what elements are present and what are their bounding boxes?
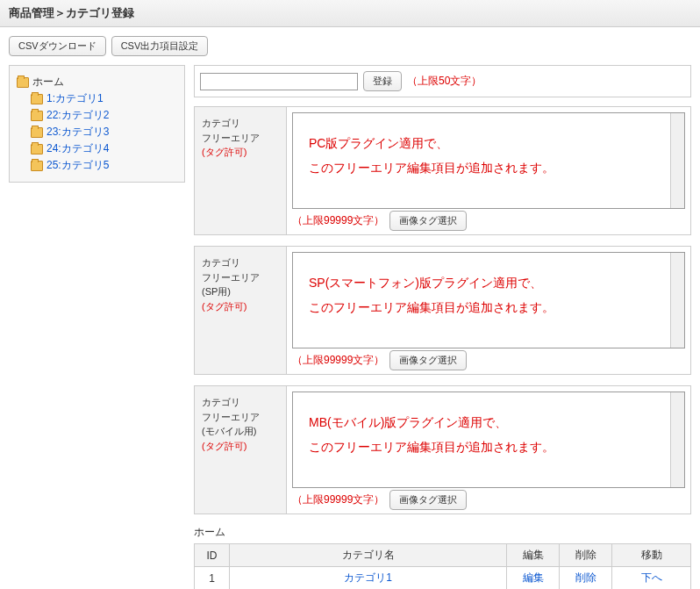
tree-item-label: 25:カテゴリ5 — [46, 158, 109, 173]
delete-link[interactable]: 削除 — [575, 571, 596, 584]
freearea-textarea[interactable]: SP(スマートフォン)版プラグイン適用で、このフリーエリア編集項目が追加されます… — [292, 252, 685, 348]
tree-item[interactable]: 24:カテゴリ4 — [31, 141, 177, 156]
move-down-link[interactable]: 下へ — [641, 571, 662, 584]
tree-item[interactable]: 23:カテゴリ3 — [31, 125, 177, 140]
freearea-textarea[interactable]: PC版プラグイン適用で、このフリーエリア編集項目が追加されます。 — [292, 112, 685, 209]
folder-icon — [31, 144, 43, 154]
scrollbar[interactable] — [670, 392, 684, 487]
scrollbar[interactable] — [670, 253, 684, 348]
tree-item-label: 22:カテゴリ2 — [46, 108, 109, 123]
image-tag-select-button[interactable]: 画像タグ選択 — [389, 490, 467, 510]
freearea-footer: （上限99999文字）画像タグ選択 — [292, 211, 685, 231]
cell-id: 1 — [195, 567, 230, 590]
freearea-body: MB(モバイル)版プラグイン適用で、このフリーエリア編集項目が追加されます。（上… — [287, 386, 690, 514]
image-tag-select-button[interactable]: 画像タグ選択 — [389, 350, 467, 370]
tree-item-label: 1:カテゴリ1 — [46, 91, 104, 106]
freearea-textarea[interactable]: MB(モバイル)版プラグイン適用で、このフリーエリア編集項目が追加されます。 — [292, 391, 685, 488]
category-section-title: ホーム — [194, 525, 691, 540]
register-limit-note: （上限50文字） — [407, 74, 482, 89]
th-edit: 編集 — [507, 544, 560, 567]
folder-icon — [31, 161, 43, 171]
register-button[interactable]: 登録 — [363, 71, 402, 91]
cell-delete: 削除 — [560, 567, 612, 590]
freearea-limit-note: （上限99999文字） — [292, 492, 384, 507]
folder-icon — [31, 94, 43, 104]
scrollbar[interactable] — [670, 113, 684, 208]
freearea-block: カテゴリフリーエリア(モバイル用)(タグ許可)MB(モバイル)版プラグイン適用で… — [194, 385, 691, 514]
th-move: 移動 — [612, 544, 691, 567]
freearea-label: カテゴリフリーエリア(SP用)(タグ許可) — [195, 247, 287, 374]
category-name-link[interactable]: カテゴリ1 — [344, 571, 392, 584]
page-title: 商品管理＞カテゴリ登録 — [0, 0, 700, 27]
tree-item[interactable]: 1:カテゴリ1 — [31, 91, 177, 106]
th-id: ID — [195, 544, 230, 567]
freearea-body: PC版プラグイン適用で、このフリーエリア編集項目が追加されます。（上限99999… — [287, 107, 690, 234]
edit-link[interactable]: 編集 — [523, 571, 544, 584]
freearea-body: SP(スマートフォン)版プラグイン適用で、このフリーエリア編集項目が追加されます… — [287, 247, 690, 374]
freearea-footer: （上限99999文字）画像タグ選択 — [292, 490, 685, 510]
tree-root-label: ホーム — [32, 75, 64, 90]
main-panel: 登録 （上限50文字） カテゴリフリーエリア(タグ許可)PC版プラグイン適用で、… — [194, 65, 691, 589]
cell-name: カテゴリ1 — [230, 567, 507, 590]
cell-move: 下へ — [612, 567, 691, 590]
toolbar: CSVダウンロード CSV出力項目設定 — [0, 27, 700, 65]
register-row: 登録 （上限50文字） — [194, 65, 691, 97]
freearea-label: カテゴリフリーエリア(タグ許可) — [195, 107, 287, 234]
freearea-limit-note: （上限99999文字） — [292, 213, 384, 228]
tree-item-label: 24:カテゴリ4 — [46, 141, 109, 156]
tree-root[interactable]: ホーム — [17, 75, 177, 90]
tree-item[interactable]: 22:カテゴリ2 — [31, 108, 177, 123]
csv-download-button[interactable]: CSVダウンロード — [9, 36, 106, 56]
category-table: ID カテゴリ名 編集 削除 移動 1カテゴリ1編集削除下へ22カテゴリ2編集削… — [194, 543, 691, 589]
cell-edit: 編集 — [507, 567, 560, 590]
freearea-overlay-note: MB(モバイル)版プラグイン適用で、このフリーエリア編集項目が追加されます。 — [309, 410, 668, 459]
tree-item-label: 23:カテゴリ3 — [46, 125, 109, 140]
freearea-block: カテゴリフリーエリア(タグ許可)PC版プラグイン適用で、このフリーエリア編集項目… — [194, 106, 691, 235]
th-delete: 削除 — [560, 544, 612, 567]
folder-icon — [31, 111, 43, 121]
category-tree: ホーム 1:カテゴリ122:カテゴリ223:カテゴリ324:カテゴリ425:カテ… — [9, 65, 185, 183]
folder-icon — [31, 127, 43, 138]
freearea-overlay-note: SP(スマートフォン)版プラグイン適用で、このフリーエリア編集項目が追加されます… — [309, 270, 668, 320]
th-name: カテゴリ名 — [230, 544, 507, 567]
tree-item[interactable]: 25:カテゴリ5 — [31, 158, 177, 173]
csv-field-setting-button[interactable]: CSV出力項目設定 — [111, 36, 209, 56]
freearea-label: カテゴリフリーエリア(モバイル用)(タグ許可) — [195, 386, 287, 514]
table-row: 1カテゴリ1編集削除下へ — [195, 567, 691, 590]
freearea-limit-note: （上限99999文字） — [292, 353, 384, 368]
category-name-input[interactable] — [200, 73, 358, 90]
folder-icon — [17, 77, 29, 88]
freearea-overlay-note: PC版プラグイン適用で、このフリーエリア編集項目が追加されます。 — [309, 131, 668, 180]
freearea-block: カテゴリフリーエリア(SP用)(タグ許可)SP(スマートフォン)版プラグイン適用… — [194, 246, 691, 375]
image-tag-select-button[interactable]: 画像タグ選択 — [389, 211, 467, 231]
freearea-footer: （上限99999文字）画像タグ選択 — [292, 350, 685, 370]
